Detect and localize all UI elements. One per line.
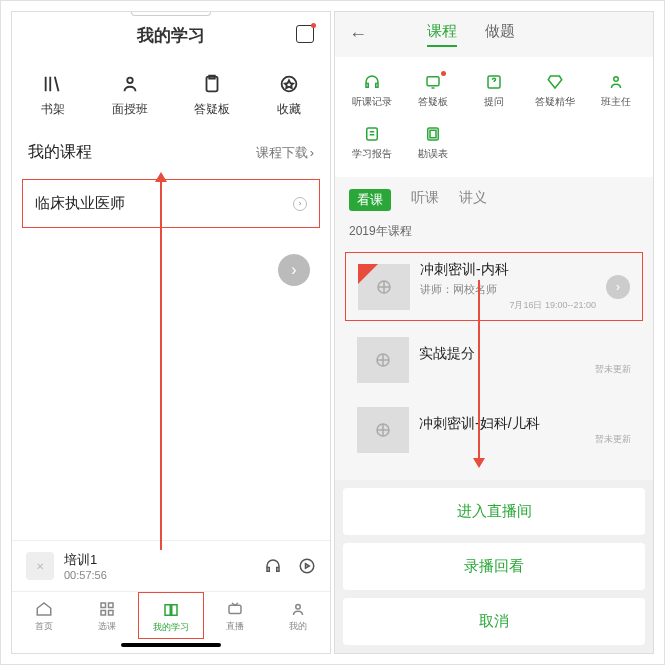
shortcut-qa-board[interactable]: 答疑板 [194, 73, 230, 118]
lesson-body: 冲刺密训-内科 讲师：网校名师 7月16日 19:00--21:00 [420, 261, 596, 312]
section-title: 我的课程 [28, 142, 92, 163]
grid-icon [98, 600, 116, 618]
nav-mine[interactable]: 我的 [267, 592, 330, 639]
replay-button[interactable]: 录播回看 [343, 543, 645, 590]
lesson-thumb [358, 264, 410, 310]
nav-label: 选课 [98, 620, 116, 633]
bookshelf-icon [42, 73, 64, 95]
bottom-nav: 首页 选课 我的学习 直播 我的 [12, 591, 330, 639]
now-playing-title: 培训1 [64, 551, 248, 569]
lesson-body: 冲刺密训-妇科/儿科 暂未更新 [419, 415, 631, 446]
svg-point-9 [296, 605, 301, 610]
svg-rect-5 [108, 603, 113, 608]
lesson-teacher: 讲师：网校名师 [420, 282, 596, 297]
lesson-note: 暂未更新 [419, 433, 631, 446]
shortcut-label: 书架 [41, 101, 65, 118]
svg-rect-6 [101, 611, 106, 616]
shortcut-label: 收藏 [277, 101, 301, 118]
course-header: ← 课程 做题 [335, 12, 653, 57]
nav-my-study[interactable]: 我的学习 [138, 592, 203, 639]
home-indicator [121, 643, 221, 647]
download-link[interactable]: 课程下载 › [256, 144, 314, 162]
home-icon [35, 600, 53, 618]
board-icon [424, 73, 442, 91]
close-icon[interactable]: ✕ [26, 552, 54, 580]
func-label: 学习报告 [352, 147, 392, 161]
svg-point-12 [614, 77, 619, 82]
func-qa[interactable]: 答疑板 [402, 65, 463, 117]
func-history[interactable]: 听课记录 [341, 65, 402, 117]
func-label: 答疑板 [418, 95, 448, 109]
live-icon [226, 600, 244, 618]
report-icon [363, 125, 381, 143]
lesson-thumb [357, 337, 409, 383]
svg-rect-10 [427, 77, 439, 86]
year-heading: 2019年课程 [335, 219, 653, 248]
enter-live-button[interactable]: 进入直播间 [343, 488, 645, 535]
lesson-item-obgyn[interactable]: 冲刺密训-妇科/儿科 暂未更新 [345, 399, 643, 461]
star-icon [278, 73, 300, 95]
nav-label: 我的学习 [153, 621, 189, 634]
page-title: 我的学习 [137, 24, 205, 47]
section-header: 我的课程 课程下载 › [12, 132, 330, 173]
question-icon [485, 73, 503, 91]
shortcut-bookshelf[interactable]: 书架 [41, 73, 65, 118]
book-icon [162, 601, 180, 619]
shortcut-row: 书架 面授班 答疑板 收藏 [12, 59, 330, 132]
notifications-icon[interactable] [296, 25, 314, 47]
func-label: 提问 [484, 95, 504, 109]
nav-label: 我的 [289, 620, 307, 633]
svg-point-0 [127, 78, 133, 84]
func-teacher[interactable]: 班主任 [586, 65, 647, 117]
lesson-body: 实战提分 暂未更新 [419, 345, 631, 376]
errata-icon [424, 125, 442, 143]
shortcut-favorites[interactable]: 收藏 [277, 73, 301, 118]
nav-courses[interactable]: 选课 [75, 592, 138, 639]
chevron-right-icon: › [606, 275, 630, 299]
func-essence[interactable]: 答疑精华 [525, 65, 586, 117]
teacher-icon [607, 73, 625, 91]
new-badge-icon [358, 264, 378, 284]
svg-rect-15 [430, 130, 436, 138]
chevron-right-icon: › [293, 197, 307, 211]
now-playing-info: 培训1 00:57:56 [64, 551, 248, 581]
tab-course[interactable]: 课程 [427, 22, 457, 47]
shortcut-label: 答疑板 [194, 101, 230, 118]
left-phone-screen: 我的学习 书架 面授班 答疑板 收藏 我的课程 课程下载 › [11, 11, 331, 654]
now-playing-bar[interactable]: ✕ 培训1 00:57:56 [12, 540, 330, 591]
course-item-clinical[interactable]: 临床执业医师 › [22, 179, 320, 228]
cancel-button[interactable]: 取消 [343, 598, 645, 645]
nav-label: 直播 [226, 620, 244, 633]
subtab-listen[interactable]: 听课 [411, 189, 439, 211]
func-label: 听课记录 [352, 95, 392, 109]
func-label: 班主任 [601, 95, 631, 109]
lesson-item-practice[interactable]: 实战提分 暂未更新 [345, 329, 643, 391]
play-icon[interactable] [298, 557, 316, 575]
svg-rect-4 [101, 603, 106, 608]
right-phone-screen: ← 课程 做题 听课记录 答疑板 提问 答疑精华 班主任 学习报告 勘误表 看课… [334, 11, 654, 654]
headphones-icon [363, 73, 381, 91]
func-ask[interactable]: 提问 [463, 65, 524, 117]
headphones-icon[interactable] [264, 557, 282, 575]
func-label: 答疑精华 [535, 95, 575, 109]
subtab-watch[interactable]: 看课 [349, 189, 391, 211]
back-icon[interactable]: ← [349, 24, 367, 45]
tab-practice[interactable]: 做题 [485, 22, 515, 47]
lesson-time: 7月16日 19:00--21:00 [420, 299, 596, 312]
diamond-icon [546, 73, 564, 91]
nav-home[interactable]: 首页 [12, 592, 75, 639]
nav-live[interactable]: 直播 [204, 592, 267, 639]
lesson-note: 暂未更新 [419, 363, 631, 376]
nav-label: 首页 [35, 620, 53, 633]
next-course-button[interactable] [278, 254, 310, 286]
action-sheet: 进入直播间 录播回看 取消 [335, 480, 653, 653]
func-report[interactable]: 学习报告 [341, 117, 402, 169]
func-errata[interactable]: 勘误表 [402, 117, 463, 169]
user-icon [289, 600, 307, 618]
subtab-notes[interactable]: 讲义 [459, 189, 487, 211]
lesson-item-sprint-internal[interactable]: 冲刺密训-内科 讲师：网校名师 7月16日 19:00--21:00 › [345, 252, 643, 321]
header: 我的学习 [12, 12, 330, 59]
sub-tabs: 看课 听课 讲义 [335, 177, 653, 219]
func-label: 勘误表 [418, 147, 448, 161]
shortcut-in-person[interactable]: 面授班 [112, 73, 148, 118]
